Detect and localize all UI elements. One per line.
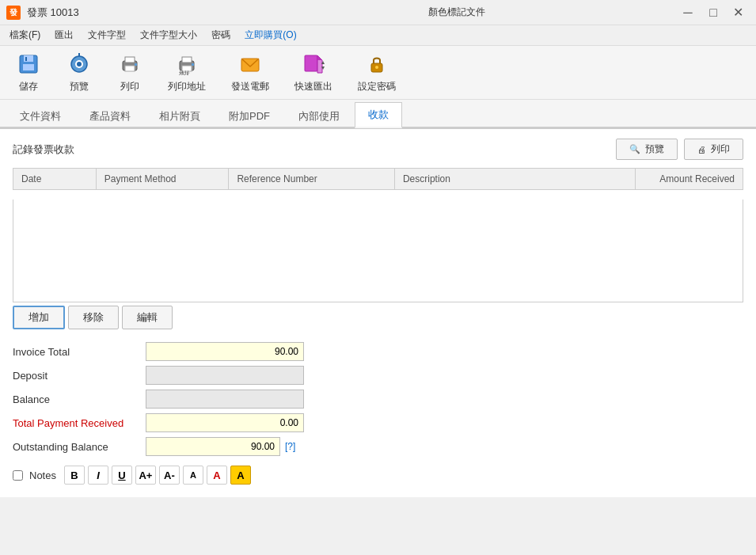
tab-product-info[interactable]: 產品資料 [76,104,144,128]
preview-button[interactable]: 預覽 [60,48,98,97]
svg-rect-9 [125,57,135,63]
total-payment-input[interactable] [146,413,304,432]
email-button[interactable]: 發送電郵 [225,48,275,97]
svg-point-24 [375,66,378,69]
summary-form: Invoice Total Deposit Balance Total Paym… [13,342,743,456]
svg-rect-3 [25,57,27,61]
svg-point-6 [77,62,82,67]
italic-button[interactable]: I [88,466,108,485]
print-address-button[interactable]: 地址 列印地址 [161,48,212,97]
receipt-table: Date Payment Method Reference Number Des… [13,168,743,190]
minimize-button[interactable]: ─ [677,3,699,22]
search-icon: 🔍 [629,144,640,154]
invoice-total-input[interactable] [146,342,304,361]
section-header: 記錄發票收款 🔍 預覽 🖨 列印 [13,139,743,160]
preview-icon [66,51,92,77]
svg-rect-10 [125,66,135,71]
preview-label: 預覽 [70,80,89,93]
print-icon [117,51,142,77]
save-button[interactable]: 儲存 [9,48,47,97]
font-increase-button[interactable]: A+ [135,466,156,485]
save-icon [16,51,41,77]
svg-rect-2 [23,64,34,70]
section-title: 記錄發票收款 [13,143,74,157]
invoice-total-label: Invoice Total [13,342,139,361]
svg-rect-13 [182,57,192,63]
svg-rect-1 [24,55,33,62]
app-icon: 發 [6,6,21,20]
quick-export-label: 快速匯出 [294,80,332,93]
notes-bar: Notes B I U A+ A- A A A [13,466,743,485]
menu-file[interactable]: 檔案(F) [3,27,47,44]
print-label: 列印 [120,80,139,93]
close-button[interactable]: ✕ [728,3,750,22]
svg-rect-18 [305,55,317,71]
row-actions: 增加 移除 編輯 [13,306,743,329]
help-link[interactable]: [?] [285,441,295,452]
quick-export-button[interactable]: 快速匯出 [288,48,339,97]
deposit-input[interactable] [146,366,304,385]
font-highlight-yellow-button[interactable]: A [230,466,251,485]
col-reference-number: Reference Number [229,169,395,190]
menubar: 檔案(F) 匯出 文件字型 文件字型大小 密碼 立即購買(O) [0,25,756,46]
tab-receipt[interactable]: 收款 [355,102,402,128]
svg-rect-15 [192,63,194,66]
notes-checkbox[interactable] [13,470,23,481]
tab-internal[interactable]: 內部使用 [285,104,353,128]
menu-password[interactable]: 密碼 [205,27,237,44]
notes-label: Notes [29,469,56,481]
print-address-label: 列印地址 [168,80,206,93]
quick-export-icon [301,51,326,77]
main-content: 記錄發票收款 🔍 預覽 🖨 列印 Date Payment Method Ref… [0,128,756,497]
set-password-label: 設定密碼 [358,80,396,93]
tab-attachments[interactable]: 相片附頁 [146,104,214,128]
print-button[interactable]: 列印 [111,48,149,97]
set-password-button[interactable]: 設定密碼 [351,48,402,97]
col-description: Description [394,169,635,190]
titlebar: 發 發票 10013 顏色標記文件 ─ □ ✕ [0,0,756,25]
edit-button[interactable]: 編輯 [122,306,173,329]
col-date: Date [13,169,97,190]
toolbar: 儲存 預覽 列印 地址 列印地址 發送電郵 快速匯出 設定密碼 [0,46,756,100]
remove-button[interactable]: 移除 [68,306,119,329]
svg-text:地址: 地址 [178,70,190,75]
svg-rect-11 [135,63,137,66]
email-icon [237,51,263,77]
menu-font-type[interactable]: 文件字型 [82,27,132,44]
tab-bar: 文件資料 產品資料 相片附頁 附加PDF 內部使用 收款 [0,100,756,128]
font-reset-button[interactable]: A [183,466,203,485]
print-address-icon: 地址 [174,51,199,77]
maximize-button[interactable]: □ [702,3,724,22]
col-amount-received: Amount Received [635,169,743,190]
save-label: 儲存 [19,80,38,93]
header-print-button[interactable]: 🖨 列印 [684,139,743,160]
color-label: 顏色標記文件 [428,6,485,19]
menu-font-size[interactable]: 文件字型大小 [134,27,203,44]
menu-buy[interactable]: 立即購買(O) [238,27,302,44]
col-payment-method: Payment Method [96,169,229,190]
add-button[interactable]: 增加 [13,306,65,329]
balance-input[interactable] [146,390,304,409]
table-body [13,200,743,302]
outstanding-balance-input[interactable] [146,437,280,456]
email-label: 發送電郵 [231,80,269,93]
font-color-red-button[interactable]: A [207,466,227,485]
font-decrease-button[interactable]: A- [159,466,180,485]
total-payment-label: Total Payment Received [13,413,139,432]
tab-file-info[interactable]: 文件資料 [6,104,74,128]
bold-button[interactable]: B [64,466,85,485]
header-preview-button[interactable]: 🔍 預覽 [616,139,678,160]
printer-icon: 🖨 [697,145,706,154]
menu-export[interactable]: 匯出 [48,27,80,44]
window-controls: ─ □ ✕ [677,3,750,22]
outstanding-balance-label: Outstanding Balance [13,437,139,456]
tab-add-pdf[interactable]: 附加PDF [215,104,283,128]
window-title: 發票 10013 [27,6,79,20]
underline-button[interactable]: U [112,466,132,485]
lock-icon [364,51,389,77]
outstanding-balance-group: [?] [146,437,304,456]
deposit-label: Deposit [13,366,139,385]
section-actions: 🔍 預覽 🖨 列印 [616,139,743,160]
balance-label: Balance [13,390,139,409]
